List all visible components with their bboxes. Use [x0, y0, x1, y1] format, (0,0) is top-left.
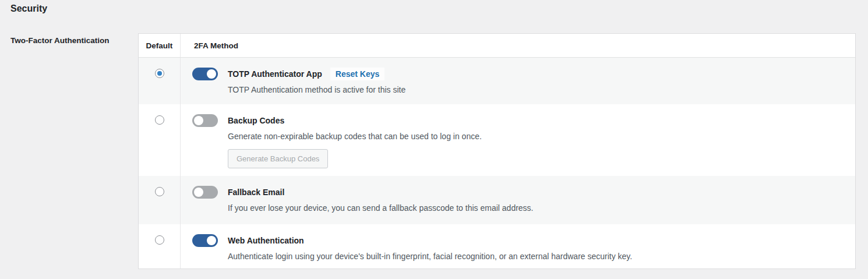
- web-authentication-toggle[interactable]: [192, 234, 218, 247]
- radio-dot: [157, 71, 162, 76]
- default-radio-totp[interactable]: [155, 69, 164, 78]
- table-row-totp: TOTP Authenticator App Reset Keys TOTP A…: [139, 58, 855, 104]
- method-cell-totp: TOTP Authenticator App Reset Keys TOTP A…: [181, 58, 855, 104]
- backup-codes-toggle[interactable]: [192, 114, 218, 127]
- method-name-web-authentication: Web Authentication: [228, 236, 304, 245]
- totp-toggle[interactable]: [192, 68, 218, 80]
- radio-dot: [157, 189, 162, 194]
- method-name-backup-codes: Backup Codes: [228, 116, 284, 125]
- method-description-totp: TOTP Authentication method is active for…: [228, 84, 844, 96]
- method-description-web-authentication: Authenticate login using your device's b…: [228, 250, 844, 262]
- generate-backup-codes-button[interactable]: Generate Backup Codes: [228, 149, 328, 168]
- toggle-knob: [207, 69, 216, 79]
- table-header-row: Default 2FA Method: [139, 34, 855, 58]
- fallback-email-toggle[interactable]: [192, 186, 218, 199]
- method-cell-web-authentication: Web Authentication Authenticate login us…: [181, 224, 855, 269]
- toggle-knob: [194, 188, 203, 197]
- method-cell-fallback-email: Fallback Email If you ever lose your dev…: [181, 176, 855, 224]
- method-name-totp: TOTP Authenticator App: [228, 69, 322, 79]
- method-name-fallback-email: Fallback Email: [228, 188, 284, 197]
- default-cell-web-authentication: [139, 224, 181, 269]
- table-row-web-authentication: Web Authentication Authenticate login us…: [139, 224, 855, 269]
- radio-dot: [157, 118, 162, 122]
- radio-dot: [157, 238, 162, 242]
- table-row-fallback-email: Fallback Email If you ever lose your dev…: [139, 176, 855, 224]
- default-cell-totp: [139, 58, 181, 104]
- page-title: Security: [10, 3, 47, 14]
- column-header-default: Default: [139, 34, 181, 57]
- table-row-backup-codes: Backup Codes Generate non-expirable back…: [139, 104, 855, 176]
- default-radio-web-authentication[interactable]: [155, 235, 164, 245]
- reset-keys-link[interactable]: Reset Keys: [330, 68, 385, 80]
- toggle-knob: [194, 116, 203, 125]
- two-factor-authentication-label: Two-Factor Authentication: [10, 36, 110, 45]
- toggle-knob: [207, 236, 216, 245]
- method-cell-backup-codes: Backup Codes Generate non-expirable back…: [181, 104, 855, 176]
- default-cell-fallback-email: [139, 176, 181, 224]
- default-radio-backup-codes[interactable]: [155, 115, 164, 125]
- default-radio-fallback-email[interactable]: [155, 187, 164, 196]
- method-description-fallback-email: If you ever lose your device, you can se…: [228, 202, 844, 214]
- column-header-2fa-method: 2FA Method: [181, 34, 855, 57]
- two-factor-methods-table: Default 2FA Method TOTP Authenticator Ap…: [138, 33, 856, 269]
- default-cell-backup-codes: [139, 104, 181, 176]
- method-description-backup-codes: Generate non-expirable backup codes that…: [228, 130, 844, 142]
